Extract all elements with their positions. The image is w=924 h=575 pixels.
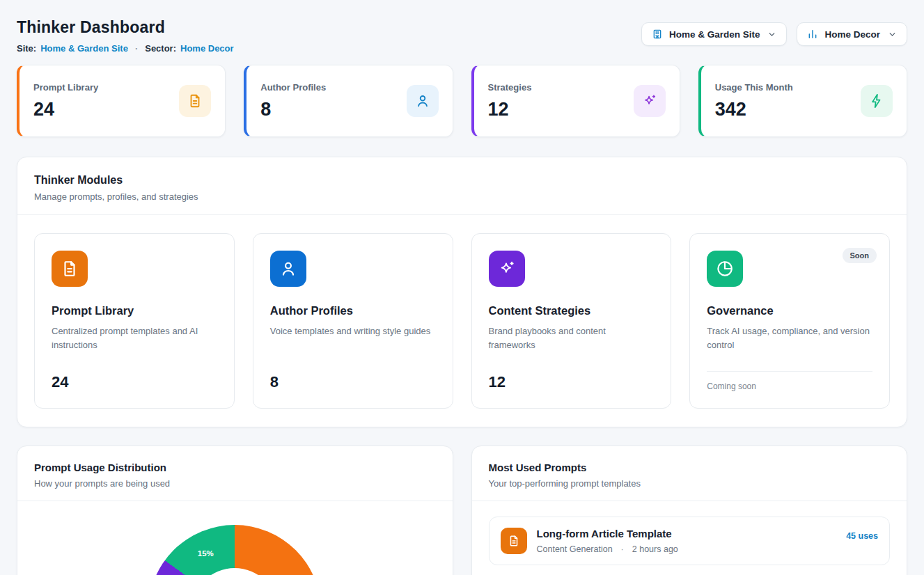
usage-panel-header: Prompt Usage Distribution How your promp… [17,446,453,501]
stats-row: Prompt Library 24 Author Profiles 8 Stra… [17,65,907,137]
thinker-modules-section: Thinker Modules Manage prompts, profiles… [17,157,907,427]
site-link[interactable]: Home & Garden Site [40,43,128,54]
module-title: Prompt Library [52,304,217,317]
prompt-item-text: Long-form Article Template Content Gener… [537,528,678,554]
stat-label: Usage This Month [715,82,793,93]
document-icon [52,251,88,287]
sparkle-icon [634,85,666,117]
document-icon [179,85,211,117]
coming-soon-text: Coming soon [707,371,872,391]
page-title: Thinker Dashboard [17,18,234,37]
uses-badge: 45 uses [846,531,878,541]
stat-value: 24 [33,99,98,120]
module-description: Centralized prompt templates and AI inst… [52,324,217,352]
lightning-icon [861,85,893,117]
prompt-item-left: Long-form Article Template Content Gener… [501,528,678,554]
list-item-long-form-article[interactable]: Long-form Article Template Content Gener… [489,517,891,565]
modules-title: Thinker Modules [34,174,890,187]
header-controls: Home & Garden Site Home Decor [641,22,907,46]
usage-distribution-panel: Prompt Usage Distribution How your promp… [17,446,453,575]
stat-card-author-profiles: Author Profiles 8 [244,65,453,137]
module-count: 24 [52,373,217,391]
chevron-down-icon [767,30,776,39]
header-titles: Thinker Dashboard Site: Home & Garden Si… [17,18,234,54]
site-selector-dropdown[interactable]: Home & Garden Site [641,22,788,46]
soon-badge: Soon [843,248,877,263]
prompt-time: 2 hours ago [632,544,678,554]
chart-area: 15% [17,501,453,575]
prompt-meta: Content Generation · 2 hours ago [537,544,678,554]
user-icon [407,85,439,117]
building-icon [652,29,663,40]
usage-panel-subtitle: How your prompts are being used [34,478,436,489]
module-title: Content Strategies [489,304,655,317]
site-selector-label: Home & Garden Site [669,29,760,40]
module-card-content-strategies[interactable]: Content Strategies Brand playbooks and c… [471,233,672,409]
bar-chart-icon [807,29,818,40]
module-description: Brand playbooks and content frameworks [489,324,655,352]
stat-text: Usage This Month 342 [715,82,793,120]
stat-card-prompt-library: Prompt Library 24 [17,65,226,137]
stat-card-strategies: Strategies 12 [471,65,680,137]
modules-subtitle: Manage prompts, profiles, and strategies [34,191,890,202]
dashboard-page: Thinker Dashboard Site: Home & Garden Si… [0,0,924,575]
sector-link[interactable]: Home Decor [180,43,234,54]
bottom-row: Prompt Usage Distribution How your promp… [17,446,907,575]
module-card-prompt-library[interactable]: Prompt Library Centralized prompt templa… [34,233,235,409]
prompts-panel-subtitle: Your top-performing prompt templates [489,478,891,489]
stat-label: Prompt Library [33,82,98,93]
meta-separator: · [135,43,138,54]
prompts-panel-header: Most Used Prompts Your top-performing pr… [472,446,907,501]
donut-segment-label: 15% [198,549,214,558]
modules-header: Thinker Modules Manage prompts, profiles… [17,157,907,214]
prompt-list: Long-form Article Template Content Gener… [472,501,907,575]
prompt-title: Long-form Article Template [537,528,678,539]
sector-selector-dropdown[interactable]: Home Decor [797,22,907,46]
donut-chart: 15% [148,525,321,575]
user-icon [270,251,306,287]
stat-text: Strategies 12 [488,82,532,120]
stat-text: Author Profiles 8 [260,82,326,120]
meta-separator: · [621,544,624,554]
usage-panel-title: Prompt Usage Distribution [34,462,436,473]
module-count: 12 [489,373,655,391]
site-label: Site: [17,43,36,54]
stat-label: Author Profiles [260,82,326,93]
stat-card-usage: Usage This Month 342 [698,65,907,137]
module-description: Track AI usage, compliance, and version … [707,324,872,352]
chevron-down-icon [888,30,897,39]
module-count: 8 [270,373,436,391]
stat-value: 342 [715,99,793,120]
sparkle-icon [489,251,525,287]
module-card-governance: Soon Governance Track AI usage, complian… [689,233,890,409]
module-title: Governance [707,304,872,317]
site-sector-breadcrumb: Site: Home & Garden Site · Sector: Home … [17,43,234,54]
module-description: Voice templates and writing style guides [270,324,436,338]
module-title: Author Profiles [270,304,436,317]
modules-grid: Prompt Library Centralized prompt templa… [17,215,907,427]
stat-value: 8 [260,99,326,120]
page-header: Thinker Dashboard Site: Home & Garden Si… [17,18,907,54]
module-card-author-profiles[interactable]: Author Profiles Voice templates and writ… [253,233,453,409]
document-icon [501,528,527,554]
prompt-category: Content Generation [537,544,613,554]
stat-value: 12 [488,99,532,120]
most-used-prompts-panel: Most Used Prompts Your top-performing pr… [471,446,908,575]
sector-label: Sector: [145,43,176,54]
stat-text: Prompt Library 24 [33,82,98,120]
pie-chart-icon [707,251,743,287]
prompts-panel-title: Most Used Prompts [489,462,891,473]
stat-label: Strategies [488,82,532,93]
sector-selector-label: Home Decor [824,29,880,40]
